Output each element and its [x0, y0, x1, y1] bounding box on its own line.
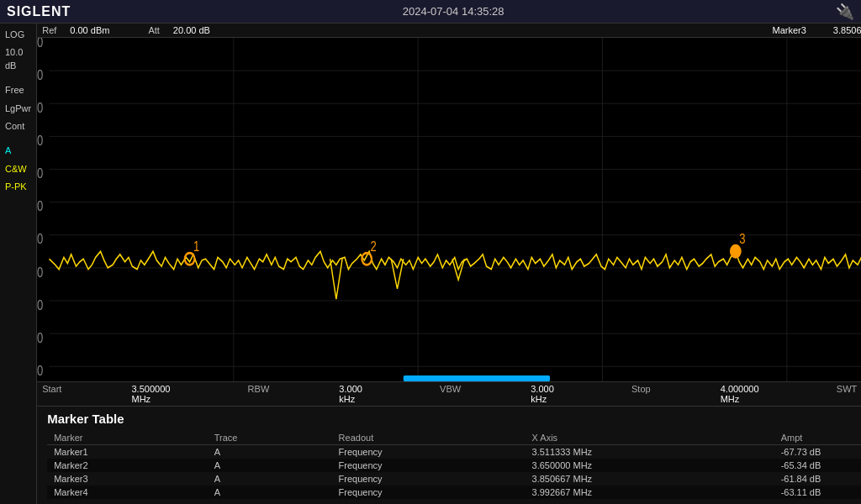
col-ampt: Ampt — [774, 431, 861, 445]
main-layout: LOG 10.0 dB Free LgPwr Cont A C&W P-PK R… — [0, 24, 861, 504]
svg-text:-90: -90 — [37, 331, 43, 346]
ampt-cell: -65.34 dB — [774, 459, 861, 472]
marker-table-title: Marker Table — [47, 412, 861, 426]
marker-label: Marker3 — [773, 25, 806, 35]
rbw-value: 3.000 kHz — [339, 384, 362, 404]
svg-text:-40: -40 — [37, 166, 43, 181]
marker-cell: Marker4 — [47, 486, 208, 499]
readout-cell: Frequency — [332, 459, 526, 472]
start-label: Start — [42, 384, 61, 404]
datetime: 2024-07-04 14:35:28 — [71, 5, 836, 18]
trace-cell: A — [208, 486, 332, 499]
col-readout: Readout — [332, 431, 526, 445]
ampt-cell: -61.84 dB — [774, 472, 861, 486]
logo: SIGLENT — [7, 4, 71, 19]
svg-text:-20: -20 — [37, 101, 43, 116]
readout-cell: Frequency — [332, 472, 526, 486]
readout-cell: Frequency — [332, 445, 526, 459]
svg-text:3: 3 — [739, 232, 745, 247]
svg-text:-10: -10 — [37, 68, 43, 83]
marker-freq: 3.850667 MHz — [833, 25, 861, 35]
svg-text:-70: -70 — [37, 265, 43, 280]
scale-label: LOG — [2, 27, 34, 43]
svg-text:-60: -60 — [37, 232, 43, 247]
spectrum-chart: 0 -10 -20 -30 -40 -50 -60 -70 -80 -90 -1… — [37, 38, 861, 381]
table-row: Marker2 A Frequency 3.650000 MHz -65.34 … — [47, 459, 861, 472]
marker-cell: Marker1 — [47, 445, 208, 459]
table-row: Marker1 A Frequency 3.511333 MHz -67.73 … — [47, 445, 861, 459]
usb-icon: 🔌 — [836, 3, 854, 21]
trace-sub: P-PK — [2, 179, 34, 195]
scale-value: 10.0 dB — [2, 45, 34, 74]
trace-label: A — [2, 143, 34, 159]
rbw-label: RBW — [248, 384, 270, 404]
chart-area: 0 -10 -20 -30 -40 -50 -60 -70 -80 -90 -1… — [37, 38, 861, 381]
x-axis-cell: 3.650000 MHz — [526, 459, 774, 472]
svg-text:-100: -100 — [37, 364, 43, 379]
att-label: Att — [148, 25, 159, 35]
table-row: Marker3 A Frequency 3.850667 MHz -61.84 … — [47, 472, 861, 486]
trace-cell: A — [208, 459, 332, 472]
bottom-bar: Start 3.500000 MHz RBW 3.000 kHz VBW 3.0… — [37, 381, 861, 406]
ampt-cell: -67.73 dB — [774, 445, 861, 459]
x-axis-cell: 3.511333 MHz — [526, 445, 774, 459]
ref-value: 0.00 dBm — [70, 25, 109, 35]
svg-text:2: 2 — [371, 239, 377, 255]
vbw-label: VBW — [440, 384, 461, 404]
svg-text:-30: -30 — [37, 134, 43, 149]
svg-text:0: 0 — [37, 38, 43, 50]
svg-text:-80: -80 — [37, 297, 43, 312]
col-marker: Marker — [47, 431, 208, 445]
left-panel: LOG 10.0 dB Free LgPwr Cont A C&W P-PK — [0, 24, 37, 504]
ampt-cell: -63.11 dB — [774, 486, 861, 499]
marker-table-section: Marker Table Marker Trace Readout X Axis… — [37, 406, 861, 504]
marker-table: Marker Trace Readout X Axis Ampt Marker1… — [47, 431, 861, 499]
marker-cell: Marker2 — [47, 459, 208, 472]
swt-label: SWT — [837, 384, 857, 404]
svg-rect-34 — [404, 375, 550, 381]
x-axis-cell: 3.850667 MHz — [526, 472, 774, 486]
center-area: Ref 0.00 dBm Att 20.00 dB Marker3 3.8506… — [37, 24, 861, 504]
x-axis-cell: 3.992667 MHz — [526, 486, 774, 499]
svg-rect-0 — [37, 38, 861, 381]
svg-point-30 — [731, 245, 741, 257]
start-value: 3.500000 MHz — [131, 384, 170, 404]
readout-cell: Frequency — [332, 486, 526, 499]
stop-value: 4.000000 MHz — [721, 384, 759, 404]
mode-label: Free — [2, 82, 34, 98]
vbw-value: 3.000 kHz — [531, 384, 554, 404]
col-x-axis: X Axis — [526, 431, 774, 445]
sweep-label: Cont — [2, 118, 34, 134]
meas-bar: Ref 0.00 dBm Att 20.00 dB Marker3 3.8506… — [37, 24, 861, 38]
svg-text:1: 1 — [193, 239, 199, 255]
att-value: 20.00 dB — [173, 25, 210, 35]
trace-type: C&W — [2, 161, 34, 177]
svg-text:-50: -50 — [37, 199, 43, 214]
table-row: Marker4 A Frequency 3.992667 MHz -63.11 … — [47, 486, 861, 499]
det-label: LgPwr — [2, 101, 34, 117]
marker-cell: Marker3 — [47, 472, 208, 486]
ref-label: Ref — [42, 25, 56, 35]
col-trace: Trace — [208, 431, 332, 445]
stop-label: Stop — [631, 384, 651, 404]
trace-cell: A — [208, 445, 332, 459]
trace-cell: A — [208, 472, 332, 486]
top-bar: SIGLENT 2024-07-04 14:35:28 🔌 — [0, 0, 861, 24]
